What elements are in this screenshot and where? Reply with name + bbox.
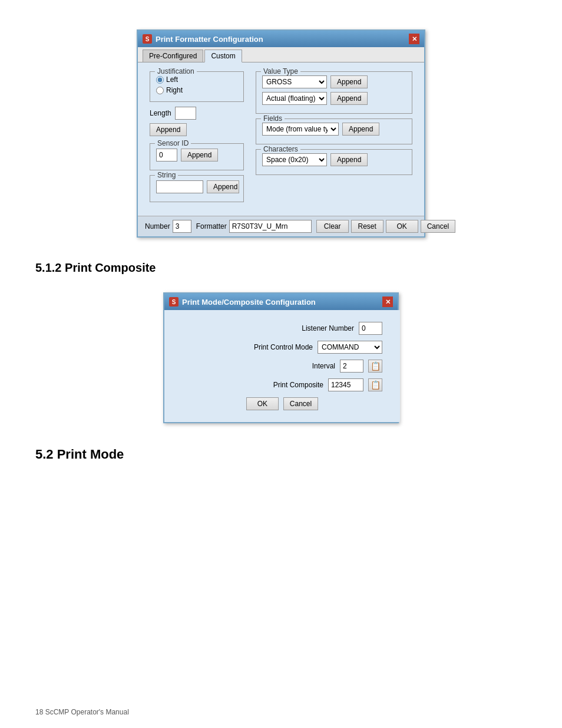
- interval-input[interactable]: [340, 360, 363, 373]
- listener-input[interactable]: [359, 322, 382, 335]
- string-row: Append: [156, 180, 237, 193]
- gross-row: GROSS Append: [262, 75, 406, 88]
- number-field: Number: [145, 220, 191, 233]
- dialog1-two-col: Justification Left Right Length: [150, 71, 412, 207]
- string-label: String: [155, 171, 178, 179]
- dialog1-body: Justification Left Right Length: [138, 62, 424, 216]
- formatter-field: Formatter: [196, 220, 312, 233]
- tab-pre-configured[interactable]: Pre-Configured: [143, 50, 203, 62]
- cancel-button[interactable]: Cancel: [421, 220, 455, 233]
- radio-right[interactable]: [156, 87, 164, 94]
- length-input[interactable]: 0: [175, 107, 196, 120]
- sensor-id-group: Sensor ID Append: [150, 143, 244, 170]
- interval-label: Interval: [259, 362, 335, 370]
- radio-left[interactable]: [156, 76, 164, 84]
- control-mode-label: Print Control Mode: [236, 343, 313, 351]
- dialog1-titlebar: S Print Formatter Configuration ✕: [138, 31, 424, 47]
- section-512-heading: 5.1.2 Print Composite: [35, 261, 527, 275]
- justification-label: Justification: [155, 67, 197, 75]
- dialog1-title: Print Formatter Configuration: [156, 35, 263, 44]
- control-mode-select[interactable]: COMMAND: [318, 341, 382, 354]
- dialog2-footer-buttons: OK Cancel: [182, 397, 382, 410]
- sensor-id-label: Sensor ID: [155, 139, 191, 147]
- fields-label: Fields: [261, 114, 285, 123]
- actual-append-button[interactable]: Append: [330, 92, 368, 105]
- print-formatter-dialog: S Print Formatter Configuration ✕ Pre-Co…: [137, 29, 425, 238]
- characters-select[interactable]: Space (0x20): [262, 153, 327, 166]
- mode-append-button[interactable]: Append: [342, 123, 379, 136]
- page-content: S Print Formatter Configuration ✕ Pre-Co…: [0, 12, 562, 492]
- print-composite-dialog: S Print Mode/Composite Configuration ✕ L…: [163, 292, 399, 423]
- dialog1-footer: Number Formatter Clear Reset OK Cancel: [138, 216, 424, 236]
- listener-row: Listener Number: [182, 322, 382, 335]
- dialog1-col-left: Justification Left Right Length: [150, 71, 244, 207]
- dialog1-container: S Print Formatter Configuration ✕ Pre-Co…: [35, 29, 527, 238]
- formatter-label: Formatter: [196, 222, 227, 230]
- page-footer: 18 ScCMP Operator's Manual: [35, 708, 129, 716]
- characters-row: Space (0x20) Append: [262, 153, 406, 166]
- composite-label: Print Composite: [247, 381, 323, 389]
- number-input[interactable]: [173, 220, 191, 233]
- reset-button[interactable]: Reset: [351, 220, 384, 233]
- tab-custom[interactable]: Custom: [204, 50, 242, 62]
- control-mode-row: Print Control Mode COMMAND: [182, 341, 382, 354]
- dialog1-footer-buttons: Clear Reset OK Cancel: [316, 220, 455, 233]
- justification-append-button[interactable]: Append: [150, 123, 187, 136]
- string-input[interactable]: [156, 180, 203, 193]
- characters-label: Characters: [261, 145, 300, 153]
- dialog2-container: S Print Mode/Composite Configuration ✕ L…: [35, 292, 527, 423]
- dialog1-tabs: Pre-Configured Custom: [138, 47, 424, 62]
- composite-input[interactable]: [328, 378, 363, 391]
- dialog1-col-right: Value Type GROSS Append Actual (floating…: [256, 71, 412, 207]
- formatter-input[interactable]: [229, 220, 312, 233]
- interval-icon-button[interactable]: 📋: [368, 360, 382, 373]
- string-group: String Append: [150, 175, 244, 202]
- sensor-id-input[interactable]: [156, 149, 177, 162]
- gross-append-button[interactable]: Append: [330, 75, 368, 88]
- radio-right-label: Right: [166, 86, 183, 94]
- dialog2-close-button[interactable]: ✕: [382, 297, 393, 307]
- interval-row: Interval 📋: [182, 360, 382, 373]
- fields-row: Mode (from value type) Append: [262, 123, 406, 136]
- actual-select[interactable]: Actual (floating) value: [262, 92, 327, 105]
- dialog1-close-button[interactable]: ✕: [409, 34, 419, 44]
- composite-row: Print Composite 📋: [182, 378, 382, 391]
- characters-append-button[interactable]: Append: [330, 153, 368, 166]
- section-52-heading: 5.2 Print Mode: [35, 447, 527, 462]
- length-row: Length 0: [150, 107, 244, 120]
- composite-icon-button[interactable]: 📋: [368, 378, 382, 391]
- actual-row: Actual (floating) value Append: [262, 92, 406, 105]
- dialog2-title: Print Mode/Composite Configuration: [182, 298, 316, 307]
- number-label: Number: [145, 222, 170, 230]
- dialog2-icon: S: [169, 297, 178, 307]
- radio-right-item: Right: [156, 86, 237, 94]
- listener-label: Listener Number: [277, 324, 354, 332]
- sensor-id-append-button[interactable]: Append: [181, 149, 218, 162]
- dialog2-cancel-button[interactable]: Cancel: [283, 397, 318, 410]
- justification-group: Justification Left Right: [150, 71, 244, 102]
- clear-button[interactable]: Clear: [316, 220, 349, 233]
- dialog1-titlebar-left: S Print Formatter Configuration: [143, 34, 263, 44]
- gross-select[interactable]: GROSS: [262, 75, 327, 88]
- radio-left-item: Left: [156, 75, 237, 84]
- value-type-label: Value Type: [261, 67, 300, 75]
- dialog1-icon: S: [143, 34, 152, 44]
- ok-button[interactable]: OK: [386, 220, 418, 233]
- characters-group: Characters Space (0x20) Append: [256, 149, 412, 175]
- string-append-button[interactable]: Append: [207, 180, 239, 193]
- value-type-group: Value Type GROSS Append Actual (floating…: [256, 71, 412, 114]
- dialog2-ok-button[interactable]: OK: [246, 397, 279, 410]
- sensor-id-row: Append: [156, 149, 237, 162]
- dialog2-titlebar: S Print Mode/Composite Configuration ✕: [164, 294, 398, 310]
- fields-group: Fields Mode (from value type) Append: [256, 118, 412, 144]
- mode-select[interactable]: Mode (from value type): [262, 123, 339, 136]
- dialog2-titlebar-left: S Print Mode/Composite Configuration: [169, 297, 316, 307]
- radio-left-label: Left: [166, 75, 178, 84]
- length-label: Length: [150, 109, 171, 117]
- dialog2-body: Listener Number Print Control Mode COMMA…: [164, 310, 400, 422]
